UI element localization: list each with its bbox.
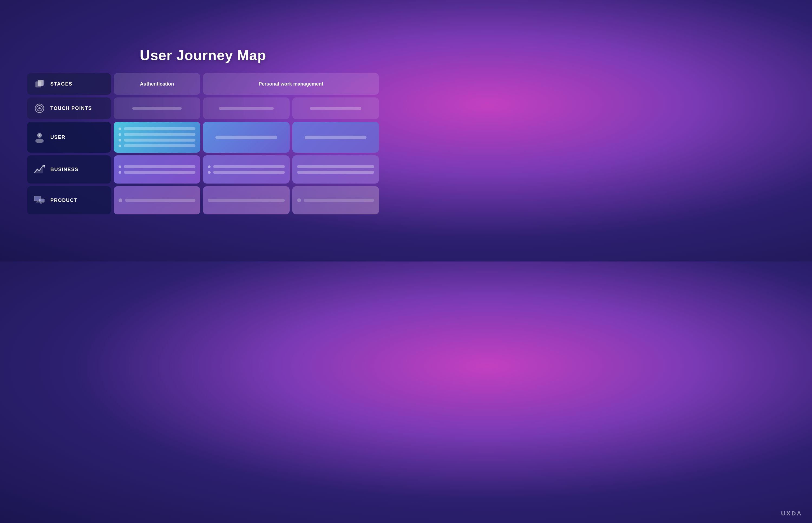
stages-label-cell: STAGES (27, 73, 111, 95)
product-label-cell: PRODUCT (27, 186, 111, 214)
tp-col3 (292, 97, 379, 119)
touchpoints-label: TOUCH POINTS (50, 106, 92, 111)
user-auth-item4 (118, 144, 196, 147)
user-label: USER (50, 134, 66, 140)
business-label-cell: BUSINESS (27, 156, 111, 183)
stages-label: STAGES (50, 81, 73, 87)
prod-col3-item (297, 198, 374, 202)
prod-col3-cell (292, 186, 379, 214)
svg-rect-14 (36, 202, 39, 202)
user-auth-item3 (118, 139, 196, 142)
user-pw-cell (203, 122, 290, 153)
svg-rect-16 (40, 199, 44, 202)
svg-rect-13 (37, 201, 38, 202)
biz-pw-item2 (208, 171, 285, 174)
svg-point-6 (35, 139, 43, 143)
tp-pw (203, 97, 290, 119)
prod-auth-item (118, 198, 196, 202)
svg-point-8 (38, 135, 39, 136)
tp-auth (114, 97, 200, 119)
biz-col3-item2 (297, 171, 374, 174)
stage-auth-header: Authentication (114, 73, 200, 95)
product-label: PRODUCT (50, 198, 77, 203)
biz-auth-cell (114, 156, 200, 183)
biz-auth-item2 (118, 171, 196, 174)
user-col3-cell (292, 122, 379, 153)
user-icon (34, 131, 45, 143)
biz-auth-item1 (118, 165, 196, 168)
user-label-cell: USER (27, 122, 111, 153)
biz-col3-item1 (297, 165, 374, 168)
svg-point-4 (38, 107, 41, 109)
svg-rect-17 (40, 202, 41, 203)
user-auth-item1 (118, 127, 196, 130)
touchpoints-label-cell: TOUCH POINTS (27, 97, 111, 119)
journey-map-table: STAGES Authentication Personal work mana… (27, 73, 379, 214)
business-label: BUSINESS (50, 167, 78, 173)
stages-icon (34, 78, 45, 90)
biz-col3-cell (292, 156, 379, 183)
stage-pw-header: Personal work management (203, 73, 379, 95)
journey-grid: STAGES Authentication Personal work mana… (27, 73, 379, 214)
svg-point-7 (39, 134, 40, 136)
product-icon (34, 194, 45, 206)
prod-pw-cell (203, 186, 290, 214)
biz-pw-cell (203, 156, 290, 183)
svg-point-9 (40, 135, 41, 136)
prod-auth-cell (114, 186, 200, 214)
page-title: User Journey Map (140, 47, 266, 64)
user-auth-item2 (118, 133, 196, 136)
touchpoints-icon (34, 102, 45, 114)
prod-pw-item (208, 199, 285, 202)
biz-pw-item1 (208, 165, 285, 168)
business-icon (34, 163, 45, 176)
user-auth-cell (114, 122, 200, 153)
svg-rect-1 (38, 80, 43, 86)
